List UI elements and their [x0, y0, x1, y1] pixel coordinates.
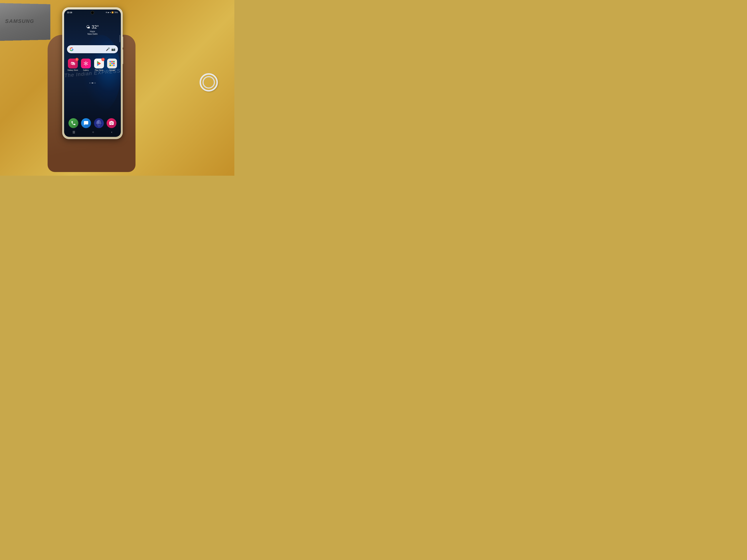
play-store-badge: 2	[101, 58, 105, 61]
nav-home-button[interactable]: ○	[92, 131, 94, 134]
volume-button[interactable]	[123, 49, 123, 64]
samsung-box: SAMSUNG	[0, 3, 50, 41]
samsung-label: SAMSUNG	[5, 18, 34, 24]
dock-messages[interactable]	[81, 118, 91, 128]
google-apps-icon	[107, 58, 117, 69]
battery-level: 76%	[114, 11, 118, 14]
galaxy-store-badge: 1	[75, 58, 79, 61]
page-dot-3	[95, 83, 96, 83]
weather-widget: 🌤 32° Haze New Delhi	[86, 24, 99, 35]
app-grid: 🛍 1 Galaxy Store	[67, 58, 118, 71]
lens-icon[interactable]: 📷	[111, 47, 115, 51]
cable-area	[198, 70, 220, 106]
page-indicators	[89, 83, 96, 83]
dock-camera[interactable]	[107, 118, 117, 128]
nav-recent-button[interactable]: |||	[73, 131, 75, 134]
status-icons: ⚙ ▶ ● 📶 76%	[106, 11, 118, 14]
cable-coil	[200, 73, 218, 91]
google-logo	[70, 47, 74, 51]
camera-hole	[91, 11, 94, 14]
mic-icon[interactable]: 🎤	[106, 47, 110, 51]
google-grid	[109, 61, 114, 66]
weather-icon: 🌤	[86, 25, 90, 29]
play-store-label: Play Store	[95, 69, 103, 71]
wifi-icon: 📶	[111, 11, 113, 14]
status-time: 13:16	[67, 11, 72, 14]
weather-condition: Haze	[86, 30, 99, 33]
dock-internet[interactable]	[94, 118, 104, 128]
weather-row: 🌤 32°	[86, 24, 99, 30]
dock	[67, 118, 118, 128]
app-item-google[interactable]: Google	[106, 58, 118, 71]
app-item-galaxy-store[interactable]: 🛍 1 Galaxy Store	[67, 58, 79, 71]
google-label: Google	[109, 69, 115, 71]
phone-frame: 13:16 ⚙ ▶ ● 📶 76% 🌤 32° Haze New Delhi	[62, 7, 123, 139]
app-item-play-store[interactable]: 2 Play Store	[93, 58, 105, 71]
page-dot-2-active	[92, 83, 93, 83]
phone-screen: 13:16 ⚙ ▶ ● 📶 76% 🌤 32° Haze New Delhi	[64, 9, 121, 137]
scroll-indicator	[120, 35, 120, 42]
media-icon: ▶	[108, 11, 109, 14]
weather-temperature: 32°	[92, 24, 99, 30]
gallery-icon	[81, 58, 91, 69]
app-icon-wrapper-galaxy-store: 🛍 1	[68, 58, 78, 69]
nav-back-button[interactable]: ‹	[111, 131, 112, 134]
google-search-bar[interactable]: 🎤 📷	[67, 45, 118, 53]
settings-notification-icon: ⚙	[106, 11, 107, 14]
app-item-gallery[interactable]: Gallery	[80, 58, 92, 71]
power-button[interactable]	[123, 36, 123, 48]
weather-city: New Delhi	[86, 33, 99, 35]
gallery-label: Gallery	[83, 69, 89, 71]
hand-phone-container: 13:16 ⚙ ▶ ● 📶 76% 🌤 32° Haze New Delhi	[48, 7, 172, 172]
dock-phone[interactable]	[69, 118, 78, 128]
app-icon-wrapper-gallery	[81, 58, 91, 69]
galaxy-store-label: Galaxy Store	[68, 69, 78, 71]
app-icon-wrapper-play-store: 2	[94, 58, 104, 69]
dot-icon: ●	[110, 11, 111, 14]
app-icon-wrapper-google	[107, 58, 117, 69]
nav-bar: ||| ○ ‹	[64, 129, 121, 135]
page-dot-1	[89, 83, 91, 83]
